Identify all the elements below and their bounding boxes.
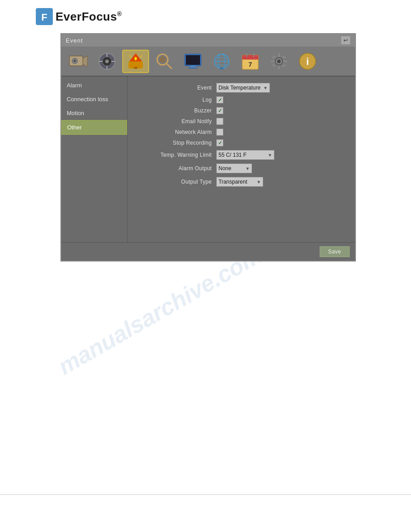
- network-alarm-label: Network Alarm: [136, 129, 216, 135]
- svg-marker-3: [83, 56, 87, 67]
- alarm-output-control: None ▼: [216, 163, 252, 173]
- logo-box: F EverFocus®: [36, 8, 122, 25]
- alarm-output-label: Alarm Output: [136, 165, 216, 172]
- stop-recording-row: Stop Recording ✓: [136, 139, 347, 146]
- svg-rect-15: [134, 67, 137, 69]
- network-alarm-row: Network Alarm: [136, 129, 347, 136]
- svg-rect-42: [278, 66, 280, 69]
- alarm-output-select-arrow: ▼: [245, 166, 250, 171]
- network-alarm-control: [216, 129, 223, 136]
- toolbar-monitor-icon[interactable]: [180, 50, 206, 73]
- buzzer-checkbox[interactable]: ✓: [216, 107, 223, 114]
- temp-warning-row: Temp. Warning Limit 55 C/ 131 F ▼: [136, 150, 347, 160]
- email-notify-label: Email Notify: [136, 118, 216, 124]
- buzzer-row: Buzzer ✓: [136, 107, 347, 114]
- stop-recording-control: ✓: [216, 139, 223, 146]
- toolbar-recording-icon[interactable]: [94, 50, 120, 73]
- watermark: manualsarchive.com: [53, 262, 266, 380]
- log-control: ✓: [216, 96, 223, 103]
- svg-line-22: [167, 64, 171, 69]
- output-type-control: Transparent ▼: [216, 177, 263, 187]
- form-area: Event Disk Temperature ▼ Log ✓ Buzzer: [128, 77, 355, 242]
- panel-title: Event: [66, 37, 83, 44]
- temp-warning-control: 55 C/ 131 F ▼: [216, 150, 274, 160]
- log-checkbox[interactable]: ✓: [216, 96, 223, 103]
- buzzer-label: Buzzer: [136, 107, 216, 114]
- svg-rect-26: [188, 68, 197, 69]
- stop-recording-label: Stop Recording: [136, 140, 216, 146]
- svg-text:i: i: [306, 56, 309, 67]
- log-label: Log: [136, 97, 216, 103]
- output-type-select[interactable]: Transparent ▼: [216, 177, 263, 187]
- everfocus-logo-icon: F: [36, 8, 53, 25]
- svg-rect-46: [282, 55, 286, 59]
- toolbar-alarm-icon[interactable]: [122, 50, 149, 73]
- svg-rect-48: [282, 64, 286, 67]
- alarm-output-row: Alarm Output None ▼: [136, 163, 347, 173]
- sidebar-item-connection-loss[interactable]: Connection loss: [61, 92, 127, 106]
- svg-point-40: [277, 60, 281, 63]
- logo-area: F EverFocus®: [0, 0, 411, 33]
- output-type-row: Output Type Transparent ▼: [136, 177, 347, 187]
- event-select[interactable]: Disk Temperature ▼: [216, 83, 270, 93]
- sidebar-item-motion[interactable]: Motion: [61, 106, 127, 120]
- save-button[interactable]: Save: [320, 246, 350, 257]
- svg-point-5: [73, 60, 76, 62]
- svg-rect-41: [278, 53, 280, 57]
- svg-line-18: [129, 55, 131, 58]
- output-type-label: Output Type: [136, 179, 216, 185]
- stop-recording-checkbox[interactable]: ✓: [216, 139, 223, 146]
- email-notify-control: [216, 118, 223, 125]
- panel-footer: Save: [61, 242, 355, 261]
- email-notify-checkbox[interactable]: [216, 118, 223, 125]
- event-row: Event Disk Temperature ▼: [136, 83, 347, 93]
- toolbar-info-icon[interactable]: i: [294, 50, 321, 73]
- toolbar-settings-icon[interactable]: [265, 50, 292, 73]
- toolbar-camera-icon[interactable]: [65, 50, 92, 73]
- sidebar-item-other[interactable]: Other: [61, 120, 127, 135]
- toolbar-schedule-icon[interactable]: 7: [237, 50, 264, 73]
- toolbar-network-icon[interactable]: [208, 50, 235, 73]
- svg-point-8: [105, 60, 109, 63]
- svg-text:7: 7: [248, 61, 252, 68]
- svg-rect-35: [242, 58, 258, 60]
- svg-rect-32: [220, 68, 223, 69]
- network-alarm-checkbox[interactable]: [216, 129, 223, 136]
- content-area: Alarm Connection loss Motion Other Event…: [61, 77, 355, 242]
- sidebar-item-alarm[interactable]: Alarm: [61, 78, 127, 92]
- back-button[interactable]: ↩: [341, 36, 351, 45]
- svg-rect-44: [283, 60, 287, 62]
- svg-rect-45: [272, 55, 275, 59]
- panel-titlebar: Event ↩: [61, 34, 355, 47]
- svg-line-19: [140, 55, 142, 58]
- svg-rect-47: [272, 64, 275, 67]
- toolbar-search-icon[interactable]: [151, 50, 178, 73]
- svg-text:F: F: [41, 12, 47, 23]
- output-type-select-arrow: ▼: [257, 180, 261, 184]
- event-label: Event: [136, 85, 216, 91]
- svg-rect-43: [271, 60, 274, 62]
- event-control: Disk Temperature ▼: [216, 83, 270, 93]
- svg-point-21: [159, 56, 166, 63]
- main-panel: Event ↩: [60, 33, 356, 262]
- log-row: Log ✓: [136, 96, 347, 103]
- temp-warning-select[interactable]: 55 C/ 131 F ▼: [216, 150, 274, 160]
- svg-rect-25: [190, 66, 196, 68]
- event-select-arrow: ▼: [263, 86, 268, 90]
- temp-warning-select-arrow: ▼: [268, 153, 272, 158]
- email-notify-row: Email Notify: [136, 118, 347, 125]
- sidebar: Alarm Connection loss Motion Other: [61, 77, 128, 242]
- svg-rect-24: [186, 55, 200, 65]
- logo-text: EverFocus®: [56, 10, 122, 24]
- toolbar: 7 i: [61, 47, 355, 77]
- alarm-output-select[interactable]: None ▼: [216, 163, 252, 173]
- buzzer-control: ✓: [216, 107, 223, 114]
- temp-warning-label: Temp. Warning Limit: [136, 152, 216, 158]
